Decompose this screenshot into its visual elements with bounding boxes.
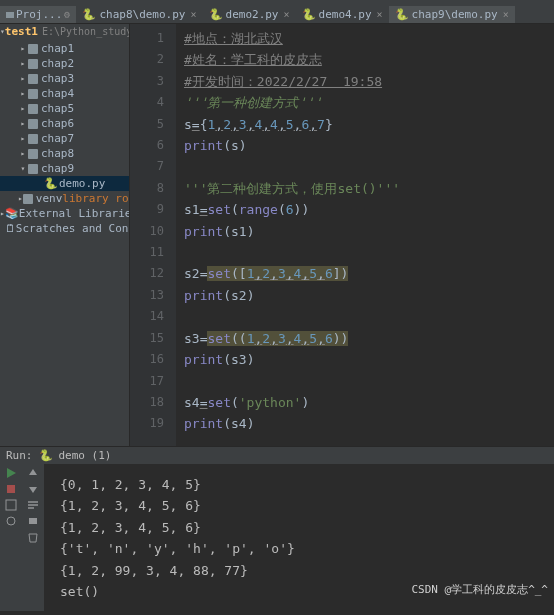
tree-label: chap3	[41, 72, 74, 85]
project-tool-tab[interactable]: Proj... ⚙	[0, 6, 76, 23]
python-icon: 🐍	[302, 8, 316, 21]
console-line: {0, 1, 2, 3, 4, 5}	[60, 474, 554, 495]
python-icon: 🐍	[46, 179, 56, 189]
root-path: E:\Python_study\te	[38, 24, 130, 39]
folder-icon	[28, 119, 38, 129]
num: 6	[325, 266, 333, 281]
code-line: #地点：湖北武汉	[184, 31, 283, 46]
builtin: set	[207, 266, 230, 281]
folder-icon	[28, 89, 38, 99]
paren: (	[223, 416, 231, 431]
tree-folder[interactable]: ▸chap8	[0, 146, 129, 161]
chevron-right-icon: ▸	[18, 59, 28, 68]
run-header[interactable]: Run: 🐍 demo (1)	[0, 446, 554, 464]
comma: ,	[286, 266, 294, 281]
tree-folder[interactable]: ▸chap6	[0, 116, 129, 131]
tabs-row: Proj... ⚙ 🐍 chap8\demo.py × 🐍 demo2.py ×…	[0, 6, 554, 24]
project-sidebar: ▾ test1 E:\Python_study\te ▸chap1 ▸chap2…	[0, 24, 130, 446]
tree-folder[interactable]: ▸chap4	[0, 86, 129, 101]
editor-tab[interactable]: 🐍 chap8\demo.py ×	[76, 6, 202, 23]
rerun-icon[interactable]	[4, 466, 18, 480]
comma: ,	[278, 117, 286, 132]
stop-icon[interactable]	[4, 482, 18, 496]
tree-scratches[interactable]: ·🗒 Scratches and Consoles	[0, 221, 129, 236]
close-icon[interactable]: ×	[377, 9, 383, 20]
editor[interactable]: 1 2 3 4 5 6 7 8 9 10 11 12 13 14 15 16 1…	[130, 24, 554, 446]
tree-root[interactable]: ▾ test1 E:\Python_study\te	[0, 24, 129, 39]
line-number: 5	[130, 114, 164, 135]
var: s2	[184, 266, 200, 281]
editor-tab-active[interactable]: 🐍 chap9\demo.py ×	[389, 6, 515, 23]
watermark: CSDN @学工科的皮皮志^_^	[411, 582, 548, 597]
line-number: 13	[130, 285, 164, 306]
run-tools-inner	[22, 464, 44, 611]
paren: (	[231, 331, 239, 346]
project-icon	[6, 10, 16, 20]
tab-label: demo2.py	[226, 8, 279, 21]
bracket: ]	[333, 266, 341, 281]
comma: ,	[317, 266, 325, 281]
paren: (	[278, 202, 286, 217]
close-icon[interactable]: ×	[284, 9, 290, 20]
num: 5	[286, 117, 294, 132]
print-icon[interactable]	[26, 514, 40, 528]
paren: )	[247, 352, 255, 367]
editor-tab[interactable]: 🐍 demo2.py ×	[203, 6, 296, 23]
tree-folder[interactable]: ▸chap5	[0, 101, 129, 116]
paren: )	[301, 202, 309, 217]
tree-label: venv	[36, 192, 63, 205]
tree-folder[interactable]: ▸chap3	[0, 71, 129, 86]
run-label: Run:	[6, 449, 33, 462]
paren: (	[231, 266, 239, 281]
paren: )	[239, 138, 247, 153]
tree-folder[interactable]: ▸chap1	[0, 41, 129, 56]
tree-folder[interactable]: ▸chap7	[0, 131, 129, 146]
num: 4	[270, 117, 278, 132]
comma: ,	[262, 117, 270, 132]
folder-icon	[28, 134, 38, 144]
settings-icon[interactable]: ⚙	[64, 9, 70, 20]
num: 3	[239, 117, 247, 132]
line-number: 6	[130, 135, 164, 156]
builtin: print	[184, 416, 223, 431]
paren: (	[223, 288, 231, 303]
var: s3	[231, 352, 247, 367]
builtin: print	[184, 352, 223, 367]
folder-icon	[23, 194, 33, 204]
line-number: 12	[130, 263, 164, 284]
softwrap-icon[interactable]	[26, 498, 40, 512]
line-number: 1	[130, 28, 164, 49]
code-area[interactable]: #地点：湖北武汉 #姓名：学工科的皮皮志 #开发时间：2022/2/27 19:…	[176, 24, 554, 446]
tree-folder-open[interactable]: ▾chap9	[0, 161, 129, 176]
tree-label: External Libraries	[19, 207, 130, 220]
pin-icon[interactable]	[4, 514, 18, 528]
svg-rect-7	[29, 518, 37, 524]
editor-tab[interactable]: 🐍 demo4.py ×	[296, 6, 389, 23]
trash-icon[interactable]	[26, 530, 40, 544]
folder-icon	[28, 104, 38, 114]
num: 2	[223, 117, 231, 132]
comma: ,	[317, 331, 325, 346]
num: 2	[262, 331, 270, 346]
tree-external[interactable]: ▸📚 External Libraries	[0, 206, 129, 221]
close-icon[interactable]: ×	[503, 9, 509, 20]
layout-icon[interactable]	[4, 498, 18, 512]
tree-folder[interactable]: ▸venv library root	[0, 191, 129, 206]
tree-file-selected[interactable]: 🐍demo.py	[0, 176, 129, 191]
tree-folder[interactable]: ▸chap2	[0, 56, 129, 71]
comma: ,	[286, 331, 294, 346]
tree-label: chap6	[41, 117, 74, 130]
builtin: print	[184, 224, 223, 239]
close-icon[interactable]: ×	[190, 9, 196, 20]
tree-label: Scratches and Consoles	[16, 222, 130, 235]
library-root-label: library root	[62, 192, 130, 205]
chevron-down-icon: ▾	[18, 164, 28, 173]
up-icon[interactable]	[26, 466, 40, 480]
paren: )	[247, 416, 255, 431]
python-icon: 🐍	[39, 449, 53, 462]
var: s4	[231, 416, 247, 431]
down-icon[interactable]	[26, 482, 40, 496]
folder-icon	[28, 164, 38, 174]
svg-rect-2	[7, 485, 15, 493]
tree-label: chap2	[41, 57, 74, 70]
